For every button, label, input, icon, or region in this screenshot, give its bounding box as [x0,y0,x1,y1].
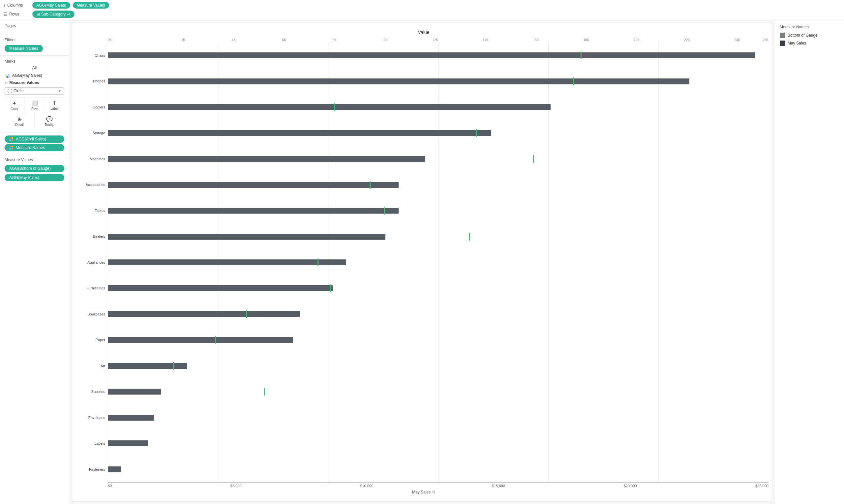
indicator-accessories [370,181,371,189]
left-panel: Pages Filters Measure Names Marks All 📊 … [0,20,69,504]
y-label-copiers: Copiers [79,106,105,109]
indicator-supplies [264,388,265,396]
y-labels: Chairs Phones Copiers Storage Machines A… [79,42,108,483]
marks-buttons-2: ⊕ Detail 💬 Tooltip [5,113,64,129]
label-icon: T [53,100,56,106]
measure-value-pills: AGG(Bottom of Gauge) AGG(May Sales) [5,165,64,181]
bar-row-fasteners [108,457,769,481]
top-axis-4: 8K [309,38,360,42]
indicator-tables [384,207,385,215]
chart-container: Value 0K 2K 4K 6K 8K 10K 12K 14K 16K 18K… [72,23,772,501]
y-label-phones: Phones [79,79,105,83]
bar-phones [108,78,689,84]
bar-row-appliances [108,250,769,274]
chart-title: Value [79,30,769,35]
measure-names-filter[interactable]: Measure Names [5,45,43,52]
tooltip-button[interactable]: 💬 Tooltip [35,113,64,129]
measure-values-pill[interactable]: Measure Values [73,2,109,8]
size-button[interactable]: ⬜ Size [25,97,45,113]
bar-furnishings [108,285,333,291]
bar-row-accessories [108,173,769,197]
label-button[interactable]: T Label [44,97,64,113]
agg-bottom-gauge-pill[interactable]: AGG(Bottom of Gauge) [5,165,64,172]
agg-may-sales-measure-pill[interactable]: AGG(May Sales) [5,174,64,181]
bar-accessories [108,182,399,188]
y-label-furnishings: Furnishings [79,286,105,290]
bar-row-phones [108,69,769,93]
bar-bookcases [108,311,300,317]
main-area: Pages Filters Measure Names Marks All 📊 … [0,20,844,504]
top-axis-13: 26K [762,38,769,42]
dots2-icon [9,146,14,150]
size-icon: ⬜ [31,100,38,106]
indicator-copiers [334,103,335,111]
y-label-supplies: Supplies [79,390,105,394]
detail-icon: ⊕ [17,116,22,122]
dropdown-arrow-icon: ▼ [58,89,61,93]
marks-title: Marks [5,59,64,64]
rows-label: ☰ Rows [3,12,30,17]
top-axis-1: 2K [158,38,209,42]
top-axis-8: 16K [511,38,561,42]
tooltip-icon: 💬 [46,116,53,122]
y-label-paper: Paper [79,338,105,342]
agg-may-sales-pill[interactable]: AGG(May Sales) [32,2,70,8]
sub-category-pill[interactable]: ⊞ Sub-Category ⇌ [32,11,74,18]
indicator-machines [533,155,534,163]
top-axis-11: 22K [662,38,713,42]
bar-row-labels [108,431,769,455]
sort-icon[interactable]: ⇅ [432,490,435,494]
bar-copiers [108,104,551,110]
bar-chairs [108,52,755,58]
bar-row-supplies [108,380,769,404]
bottom-axis-3: $15,000 [492,484,505,488]
top-axis-6: 12K [410,38,461,42]
detail-button[interactable]: ⊕ Detail [5,113,35,129]
top-axis-10: 20K [612,38,662,42]
indicator-phones [573,77,574,85]
bar-row-paper [108,328,769,352]
bar-row-machines [108,147,769,171]
top-axis-7: 14K [460,38,511,42]
shape-selector[interactable]: Circle ▼ [5,87,64,95]
bottom-axis-1: $5,000 [231,484,242,488]
y-label-accessories: Accessories [79,183,105,186]
bars-area [108,42,769,483]
legend-item-may-sales: May Sales [780,40,839,46]
indicator-binders [469,233,470,241]
bar-machines [108,156,425,162]
marks-item-agg: 📊 AGG(May Sales) [5,73,64,78]
color-button[interactable]: ✦ Color [5,97,25,113]
table-icon: ⊞ [37,12,40,17]
bar-row-art [108,354,769,378]
measure-values-section: Measure Values AGG(Bottom of Gauge) AGG(… [0,154,69,185]
columns-shelf: ⫶ Columns AGG(May Sales) Measure Values [3,2,841,8]
indicator-chairs [580,51,581,59]
agg-april-sales-pill[interactable]: AGG(April Sales) [5,136,64,143]
bar-tables [108,208,399,214]
y-label-labels: Labels [79,442,105,445]
top-axis-2: 4K [209,38,259,42]
columns-icon: ⫶ [3,3,6,8]
marks-all: All [5,66,64,70]
indicator-appliances [318,258,319,266]
measure-names-color-pill[interactable]: Measure Names [5,144,64,151]
bar-art [108,363,187,369]
bar-chart-icon: 📊 [5,73,10,78]
bar-row-tables [108,198,769,222]
pages-section: Pages [0,20,69,34]
bar-envelopes [108,415,154,420]
y-label-storage: Storage [79,131,105,135]
marks-section: Marks All 📊 AGG(May Sales) ○ Measure Val… [0,56,69,133]
top-axis-9: 18K [561,38,612,42]
bar-row-furnishings [108,276,769,300]
y-label-art: Art [79,364,105,368]
indicator-bookcases [246,310,247,318]
legend-item-bottom-gauge: Bottom of Gauge [780,33,839,38]
rows-shelf: ☰ Rows ⊞ Sub-Category ⇌ [3,11,841,18]
bar-row-envelopes [108,406,769,430]
bottom-axis-0: $0 [108,484,112,488]
bottom-axis-2: $10,000 [360,484,374,488]
x-axis-title: May Sales ⇅ [79,490,769,494]
bar-appliances [108,259,346,265]
